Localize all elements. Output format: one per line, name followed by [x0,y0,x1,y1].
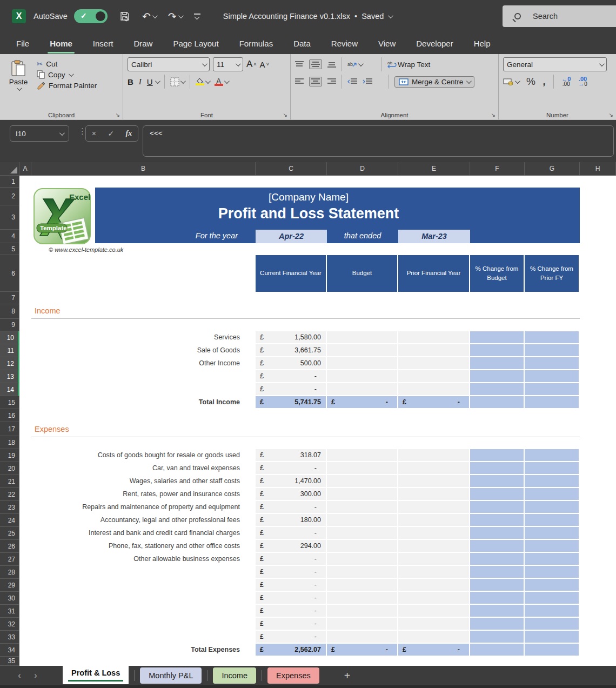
sheet-tab-monthly-p-l[interactable]: Monthly P&L [140,667,202,684]
row-label[interactable]: Total Expenses [31,644,240,656]
budget-cell[interactable] [327,514,397,526]
sheet-tab-expenses[interactable]: Expenses [267,667,319,684]
prior-fy-cell[interactable]: £- [398,396,469,408]
pct-change-prior-cell[interactable] [525,605,579,617]
row-header-8[interactable]: 8 [0,304,19,319]
underline-button[interactable]: U [147,77,153,86]
row-header-10[interactable]: 10 [0,331,19,344]
prior-fy-cell[interactable]: £- [398,644,469,656]
table-header-cell[interactable]: Prior Financial Year [398,255,470,292]
prior-fy-cell[interactable] [398,344,469,356]
budget-cell[interactable] [327,488,397,500]
previous-sheet-arrow[interactable]: ‹ [14,671,25,680]
row-header-19[interactable]: 19 [0,449,19,462]
budget-cell[interactable]: £- [327,396,397,408]
prior-fy-cell[interactable] [398,631,469,643]
row-label[interactable] [31,579,240,591]
period-start-cell[interactable]: Apr-22 [256,230,327,243]
autosave-toggle[interactable]: ✓ [74,9,108,23]
pct-change-budget-cell[interactable] [470,592,524,604]
pct-change-budget-cell[interactable] [470,383,524,395]
undo-button[interactable]: ↶ [142,10,156,23]
prior-fy-cell[interactable] [398,475,469,487]
budget-cell[interactable] [327,449,397,461]
budget-cell[interactable] [327,579,397,591]
column-header-C[interactable]: C [256,162,327,176]
ribbon-tab-page-layout[interactable]: Page Layout [172,36,219,51]
budget-cell[interactable] [327,605,397,617]
row-header-30[interactable]: 30 [0,592,19,605]
income-section-label[interactable]: Income [31,304,580,319]
increase-indent-button[interactable] [363,78,372,85]
current-fy-cell[interactable]: £- [256,383,326,395]
current-fy-cell[interactable]: £- [256,370,326,382]
current-fy-cell[interactable]: £3,661.75 [256,344,326,356]
prior-fy-cell[interactable] [398,449,469,461]
row-header-15[interactable]: 15 [0,396,19,409]
pct-change-budget-cell[interactable] [470,331,524,343]
italic-button[interactable]: I [139,77,142,86]
row-label[interactable]: Costs of goods bought for resale or good… [31,449,240,461]
ribbon-tab-developer[interactable]: Developer [415,36,454,51]
row-header-26[interactable]: 26 [0,540,19,553]
row-label[interactable]: Repairs and maintenance of property and … [31,501,240,513]
row-header-11[interactable]: 11 [0,344,19,357]
document-title[interactable]: Simple Accounting Finance v0.1.xlsx • Sa… [223,12,392,21]
new-sheet-button[interactable]: + [344,670,351,682]
row-label[interactable]: Interest and bank and credit card financ… [31,527,240,539]
row-label[interactable] [31,592,240,604]
row-header-25[interactable]: 25 [0,527,19,540]
column-header-D[interactable]: D [327,162,398,176]
row-header-33[interactable]: 33 [0,631,19,644]
prior-fy-cell[interactable] [398,370,469,382]
percent-style-button[interactable]: % [526,76,535,88]
column-header-E[interactable]: E [398,162,470,176]
current-fy-cell[interactable]: £- [256,579,326,591]
insert-function-button[interactable]: fx [126,129,132,138]
accounting-format-button[interactable] [503,78,519,86]
current-fy-cell[interactable]: £2,562.07 [256,644,326,656]
pct-change-prior-cell[interactable] [525,540,579,552]
prior-fy-cell[interactable] [398,383,469,395]
current-fy-cell[interactable]: £- [256,592,326,604]
ribbon-tab-data[interactable]: Data [292,36,312,51]
save-icon[interactable] [119,11,130,22]
select-all-button[interactable] [0,162,19,176]
pct-change-budget-cell[interactable] [470,370,524,382]
pct-change-prior-cell[interactable] [525,579,579,591]
number-format-select[interactable]: General [503,57,607,71]
bold-button[interactable]: B [128,77,133,86]
budget-cell[interactable] [327,631,397,643]
pct-change-prior-cell[interactable] [525,631,579,643]
pct-change-prior-cell[interactable] [525,396,579,408]
align-left-button[interactable] [295,78,304,85]
search-input[interactable]: Search [503,5,616,27]
budget-cell[interactable]: £- [327,644,397,656]
budget-cell[interactable] [327,566,397,578]
period-end-cell[interactable]: Mar-23 [398,230,470,243]
font-size-select[interactable]: 11 [213,57,243,71]
current-fy-cell[interactable]: £1,470.00 [256,475,326,487]
pct-change-budget-cell[interactable] [470,514,524,526]
row-label[interactable] [31,566,240,578]
budget-cell[interactable] [327,527,397,539]
row-header-23[interactable]: 23 [0,501,19,514]
row-label[interactable]: Rent, rates, power and insurance costs [31,488,240,500]
pct-change-budget-cell[interactable] [470,475,524,487]
row-label[interactable]: Total Income [31,396,240,408]
row-header-17[interactable]: 17 [0,422,19,436]
prior-fy-cell[interactable] [398,488,469,500]
excel-app-icon[interactable]: X [12,9,26,23]
copy-button[interactable]: Copy [37,70,97,79]
current-fy-cell[interactable]: £- [256,631,326,643]
row-label[interactable]: Wages, salaries and other staff costs [31,475,240,487]
redo-button[interactable]: ↷ [168,10,182,23]
align-center-button[interactable] [309,77,322,86]
sheet-content[interactable]: Excel Template © www.excel-template.co.u… [19,176,616,666]
row-header-34[interactable]: 34 [0,644,19,657]
row-header-20[interactable]: 20 [0,462,19,475]
row-label[interactable] [31,370,240,382]
pct-change-budget-cell[interactable] [470,579,524,591]
current-fy-cell[interactable]: £- [256,605,326,617]
row-header-4[interactable]: 4 [0,230,19,243]
